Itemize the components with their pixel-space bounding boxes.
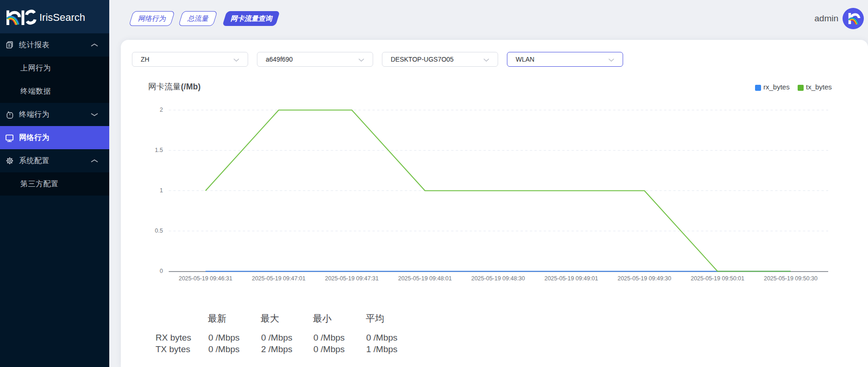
svg-text:IrisSearch: IrisSearch — [39, 12, 85, 23]
